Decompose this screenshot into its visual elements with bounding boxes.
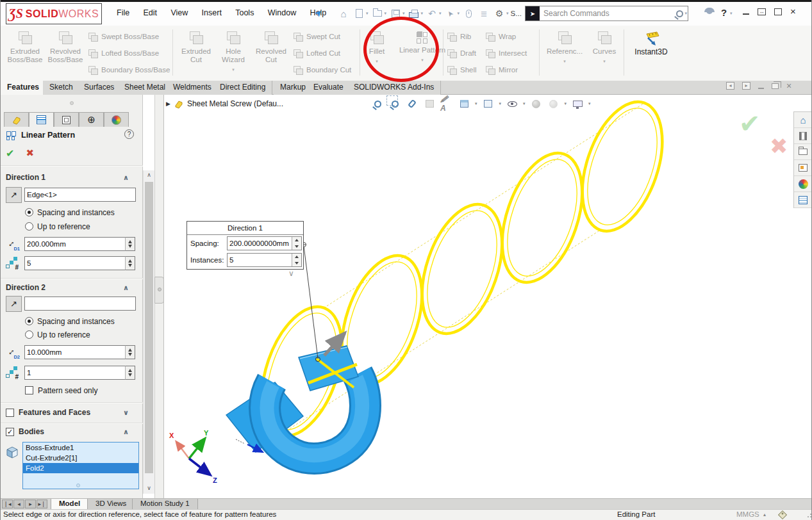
scroll-down-icon[interactable]: ∨ xyxy=(144,483,154,494)
view-palette-icon[interactable] xyxy=(794,160,812,176)
tab-motion-study[interactable]: Motion Study 1 xyxy=(132,499,198,509)
undo-dropdown-icon[interactable]: ▾ xyxy=(439,11,442,16)
confirm-ok-icon[interactable]: ✔ xyxy=(739,109,761,138)
direction1-instances-field[interactable] xyxy=(24,256,126,270)
mirror-button[interactable]: Mirror xyxy=(485,61,536,78)
direction2-spacing-spinner[interactable] xyxy=(125,345,135,359)
direction2-spacing-field[interactable] xyxy=(24,345,126,359)
swept-boss-button[interactable]: Swept Boss/Base xyxy=(88,28,170,45)
features-faces-expand-icon[interactable]: ∨ xyxy=(123,409,129,417)
mouse-gestures-icon[interactable] xyxy=(461,6,476,20)
annotation-views-icon[interactable]: 🖉A xyxy=(440,97,453,110)
view-settings-dropdown-icon[interactable]: ▾ xyxy=(588,101,591,106)
tags-icon[interactable] xyxy=(778,510,787,519)
callout-collapse-icon[interactable]: ∨ xyxy=(288,269,294,278)
tab-model[interactable]: Model xyxy=(51,499,88,509)
pm-help-icon[interactable]: ? xyxy=(124,129,134,139)
options-gear-icon[interactable]: ⚙ xyxy=(492,6,506,20)
apply-scene-dropdown-icon[interactable]: ▾ xyxy=(565,101,567,106)
tab-3d-views[interactable]: 3D Views xyxy=(87,499,135,509)
tab-sheet-metal[interactable]: Sheet Metal xyxy=(118,81,172,95)
direction1-spacing-instances-radio[interactable] xyxy=(25,208,33,216)
menu-window[interactable]: Window xyxy=(262,2,302,24)
first-tab-icon[interactable]: ❘◂ xyxy=(2,500,13,508)
doc-close-icon[interactable]: × xyxy=(786,83,791,89)
zoom-to-fit-icon[interactable] xyxy=(371,97,384,110)
select-cursor-icon[interactable]: ➤ xyxy=(443,6,458,20)
hole-wizard-button[interactable]: Hole Wizard ▾ xyxy=(217,28,249,78)
direction2-reference-field[interactable] xyxy=(24,297,136,311)
rib-button[interactable]: Rib xyxy=(447,28,483,45)
bodies-header[interactable]: Bodies ∧ xyxy=(19,427,138,440)
list-resize-dot[interactable] xyxy=(76,483,80,487)
callout-spacing-value[interactable]: 200.00000000mm xyxy=(228,240,292,247)
display-list-icon[interactable]: ≣ xyxy=(477,6,491,20)
zoom-to-area-icon[interactable] xyxy=(388,97,401,110)
new-document-icon[interactable] xyxy=(352,6,366,20)
hole-wizard-dropdown-icon[interactable]: ▾ xyxy=(232,65,235,74)
menu-edit[interactable]: Edit xyxy=(138,2,163,24)
units-label[interactable]: MMGS xyxy=(736,510,759,518)
view-orientation-icon[interactable] xyxy=(458,97,470,110)
units-dropdown-icon[interactable]: ▴ xyxy=(763,512,766,517)
tab-sketch[interactable]: Sketch xyxy=(43,81,80,95)
reference-dropdown-icon[interactable]: ▾ xyxy=(563,57,566,65)
direction1-header[interactable]: Direction 1 ∧ xyxy=(6,173,138,186)
pm-ok-button[interactable]: ✔ xyxy=(6,147,14,159)
search-icon[interactable] xyxy=(676,10,683,17)
tab-featuremanager-tree[interactable] xyxy=(4,112,29,127)
direction2-up-to-reference-radio[interactable] xyxy=(25,330,33,339)
revolved-boss-button[interactable]: Revolved Boss/Base xyxy=(46,28,85,78)
user-account-icon[interactable] xyxy=(704,7,715,17)
save-dropdown-icon[interactable]: ▾ xyxy=(402,11,405,16)
prev-tab-icon[interactable]: ◂ xyxy=(13,500,24,508)
curves-dropdown-icon[interactable]: ▾ xyxy=(603,57,606,65)
hide-show-dropdown-icon[interactable]: ▾ xyxy=(523,101,526,106)
apply-scene-icon[interactable] xyxy=(547,97,560,110)
open-dropdown-icon[interactable]: ▾ xyxy=(385,11,387,16)
flyout-feature-tree[interactable]: ▶ Sheet Metal Screw (Defau... xyxy=(166,98,283,110)
search-scope-icon[interactable]: ➤ xyxy=(526,6,540,20)
display-style-icon[interactable] xyxy=(482,97,495,110)
direction2-spacing-instances-radio[interactable] xyxy=(25,317,33,325)
tab-features[interactable]: Features xyxy=(1,81,46,95)
draft-button[interactable]: Draft xyxy=(447,45,483,61)
intersect-button[interactable]: Intersect xyxy=(485,45,536,61)
features-faces-header[interactable]: Features and Faces ∨ xyxy=(19,408,138,421)
menu-view[interactable]: View xyxy=(165,2,194,24)
direction1-reverse-button[interactable]: ↗ xyxy=(6,187,22,203)
bodies-listbox[interactable]: Boss-Extrude1 Cut-Extrude2[1] Fold2 xyxy=(22,442,139,489)
tab-direct-editing[interactable]: Direct Editing xyxy=(213,81,272,95)
direction2-reverse-button[interactable]: ↗ xyxy=(6,296,22,312)
body-item[interactable]: Boss-Extrude1 xyxy=(23,443,138,453)
direction2-header[interactable]: Direction 2 ∧ xyxy=(6,283,138,296)
magnified-selection-icon[interactable] xyxy=(406,97,418,110)
pm-cancel-button[interactable]: ✖ xyxy=(26,147,34,159)
doc-restore-icon[interactable] xyxy=(772,83,779,89)
lofted-cut-button[interactable]: Lofted Cut xyxy=(293,45,357,61)
wrap-button[interactable]: Wrap xyxy=(485,28,536,45)
section-view-icon[interactable] xyxy=(423,97,436,110)
hide-show-items-icon[interactable] xyxy=(506,97,518,110)
file-explorer-icon[interactable] xyxy=(794,144,812,160)
tab-surfaces[interactable]: Surfaces xyxy=(78,81,121,95)
last-tab-icon[interactable]: ▸❘ xyxy=(37,500,47,508)
direction1-spacing-field[interactable] xyxy=(24,237,126,251)
revolved-cut-button[interactable]: Revolved Cut xyxy=(252,28,290,78)
extruded-boss-button[interactable]: Extruded Boss/Base xyxy=(6,28,44,78)
dock-window-icon[interactable]: ↔ xyxy=(758,8,766,15)
scroll-thumb[interactable] xyxy=(145,182,153,473)
home-icon[interactable]: ⌂ xyxy=(336,6,351,20)
tab-configurationmanager[interactable] xyxy=(54,112,79,127)
next-tab-icon[interactable]: ▸ xyxy=(25,500,36,508)
view-settings-icon[interactable] xyxy=(571,97,584,110)
callout-instances-value[interactable]: 5 xyxy=(228,256,292,264)
menu-insert[interactable]: Insert xyxy=(196,2,228,24)
tab-dimxpertmanager[interactable]: ⊕ xyxy=(79,112,104,127)
tab-propertymanager[interactable] xyxy=(29,112,54,127)
search-dropdown-icon[interactable]: ▾ xyxy=(684,11,687,16)
options-dropdown-icon[interactable]: ▾ xyxy=(506,11,509,16)
callout-instances-spinner[interactable] xyxy=(292,254,301,266)
instant3d-button[interactable]: Instant3D xyxy=(627,28,675,78)
pattern-seed-only-checkbox[interactable] xyxy=(25,386,33,394)
